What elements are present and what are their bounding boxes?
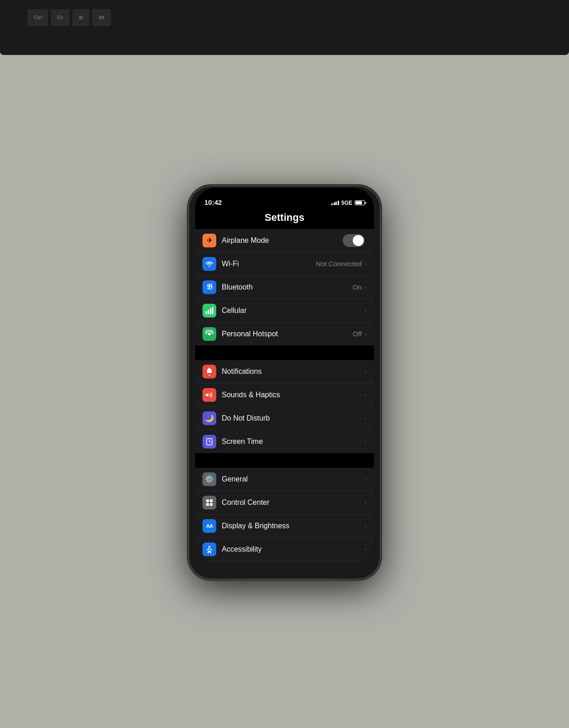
control-center-chevron: ›: [365, 499, 367, 506]
signal-bar-1: [331, 203, 333, 205]
section-gap-2: [195, 454, 374, 468]
bluetooth-chevron: ›: [365, 284, 367, 290]
bluetooth-row[interactable]: 𝔅 Bluetooth On ›: [195, 276, 374, 299]
svg-point-15: [208, 546, 210, 547]
status-right-icons: 5GE: [331, 200, 365, 206]
bluetooth-icon: 𝔅: [202, 280, 216, 294]
dnd-chevron: ›: [365, 415, 367, 421]
signal-bar-3: [335, 202, 337, 205]
do-not-disturb-label: Do Not Disturb: [222, 414, 365, 422]
airplane-mode-row[interactable]: ✈ Airplane Mode: [195, 229, 374, 252]
bluetooth-label: Bluetooth: [222, 283, 353, 291]
key-alt: Alt: [92, 9, 111, 26]
screen-time-icon: [202, 435, 216, 449]
section-gap-1: [195, 346, 374, 360]
sounds-chevron: ›: [365, 391, 367, 398]
sounds-haptics-row[interactable]: Sounds & Haptics ›: [195, 383, 374, 407]
svg-rect-12: [210, 499, 213, 502]
notifications-icon: [202, 365, 216, 378]
key-win: ⊞: [72, 9, 89, 26]
wallpaper-row[interactable]: Wallpaper ›: [195, 561, 374, 564]
signal-bar-4: [338, 201, 339, 205]
wifi-row[interactable]: Wi-Fi Not Connected ›: [195, 252, 374, 276]
phone-screen: 10:42 5GE Settings ✈ Airplane: [195, 188, 374, 564]
screen-time-chevron: ›: [365, 438, 367, 445]
accessibility-label: Accessibility: [222, 545, 365, 553]
accessibility-chevron: ›: [365, 546, 367, 553]
toggle-knob: [353, 235, 364, 246]
svg-rect-0: [206, 311, 207, 314]
svg-rect-2: [210, 308, 211, 314]
battery-icon: [355, 200, 365, 205]
cellular-chevron: ›: [365, 307, 367, 314]
cellular-icon: [202, 304, 216, 317]
do-not-disturb-row[interactable]: 🌙 Do Not Disturb ›: [195, 407, 374, 430]
key-fn: Fn: [51, 9, 70, 26]
hotspot-value: Off: [353, 330, 362, 338]
wifi-label: Wi-Fi: [222, 260, 316, 268]
notifications-section: Notifications › Sounds & Haptics ›: [195, 360, 374, 453]
svg-rect-1: [208, 310, 209, 314]
general-row[interactable]: ⚙️ General ›: [195, 468, 374, 491]
control-center-icon: [202, 496, 216, 509]
personal-hotspot-row[interactable]: Personal Hotspot Off ›: [195, 323, 374, 345]
svg-rect-13: [206, 503, 209, 506]
phone-notch: [250, 188, 319, 202]
accessibility-row[interactable]: Accessibility ›: [195, 538, 374, 561]
control-center-row[interactable]: Control Center ›: [195, 491, 374, 515]
notifications-label: Notifications: [222, 367, 365, 376]
bluetooth-value: On: [353, 283, 362, 291]
wifi-chevron: ›: [365, 260, 367, 267]
wifi-icon: [202, 257, 216, 271]
phone-device: 10:42 5GE Settings ✈ Airplane: [188, 186, 381, 580]
dnd-icon: 🌙: [202, 411, 216, 425]
airplane-mode-toggle[interactable]: [343, 234, 365, 247]
signal-bar-2: [334, 203, 335, 205]
signal-bars: [331, 201, 339, 205]
display-icon: AA: [202, 519, 216, 533]
svg-rect-3: [212, 307, 213, 314]
svg-rect-11: [206, 499, 209, 502]
svg-line-10: [209, 442, 211, 443]
cellular-label: Cellular: [222, 307, 365, 315]
sounds-haptics-label: Sounds & Haptics: [222, 391, 365, 399]
display-brightness-label: Display & Brightness: [222, 522, 365, 530]
svg-rect-5: [209, 367, 210, 368]
airplane-mode-icon: ✈: [202, 234, 216, 247]
screen-time-row[interactable]: Screen Time ›: [195, 430, 374, 453]
cellular-row[interactable]: Cellular ›: [195, 299, 374, 323]
key-ctrl: Ctrl: [27, 9, 48, 26]
battery-fill: [356, 201, 362, 204]
airplane-mode-label: Airplane Mode: [222, 236, 343, 245]
hotspot-icon: [202, 327, 216, 341]
settings-title: Settings: [195, 208, 374, 229]
general-chevron: ›: [365, 476, 367, 482]
hotspot-chevron: ›: [365, 330, 367, 337]
network-type: 5GE: [341, 200, 352, 206]
svg-rect-14: [210, 503, 213, 506]
wifi-value: Not Connected: [316, 260, 362, 268]
control-center-label: Control Center: [222, 498, 365, 507]
svg-point-4: [208, 333, 211, 335]
general-label: General: [222, 475, 365, 483]
general-icon: ⚙️: [202, 472, 216, 486]
notifications-chevron: ›: [365, 368, 367, 375]
svg-rect-7: [206, 394, 207, 396]
personal-hotspot-label: Personal Hotspot: [222, 330, 353, 338]
display-brightness-row[interactable]: AA Display & Brightness ›: [195, 515, 374, 538]
connectivity-section: ✈ Airplane Mode Wi-Fi Not Connected ›: [195, 229, 374, 345]
screen-time-label: Screen Time: [222, 438, 365, 446]
keyboard: Ctrl Fn ⊞ Alt: [0, 0, 569, 55]
general-section: ⚙️ General › Control Center ›: [195, 468, 374, 564]
sounds-icon: [202, 388, 216, 402]
notifications-row[interactable]: Notifications ›: [195, 360, 374, 383]
status-time: 10:42: [204, 198, 222, 206]
accessibility-icon: [202, 542, 216, 556]
display-chevron: ›: [365, 522, 367, 529]
